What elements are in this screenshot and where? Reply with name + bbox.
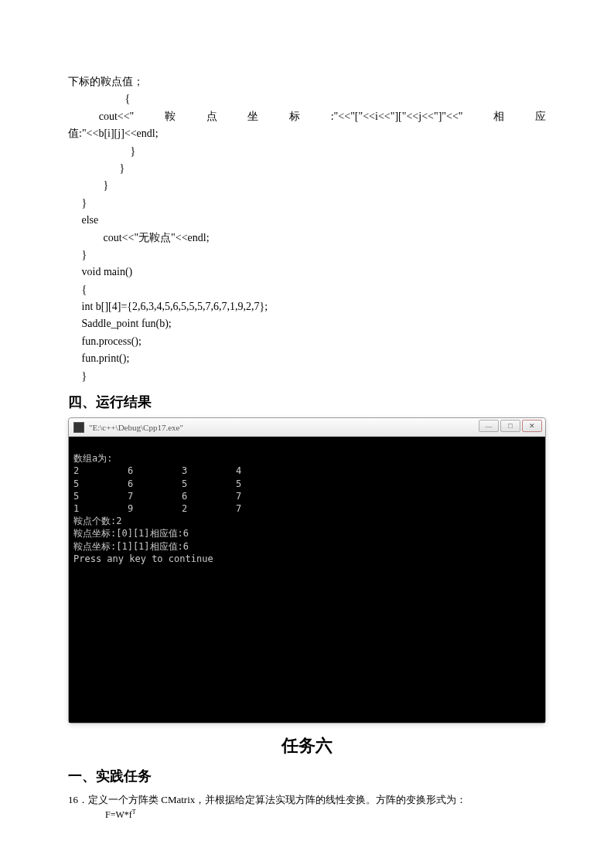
console-line: 鞍点坐标:[1][1]相应值:6 [73,541,189,552]
code-line: } [68,160,546,177]
code-line: { [68,90,546,107]
window-buttons: — □ ✕ [479,420,542,432]
code-line: { [68,281,546,298]
table-row: 5655 [73,478,541,490]
code-line: 值:"<<b[i][j]<<endl; [68,125,546,142]
code-line: fun.process(); [68,333,546,350]
console-titlebar[interactable]: "E:\c++\Debug\Cpp17.exe" — □ ✕ [69,418,545,437]
maximize-button[interactable]: □ [500,420,520,432]
results-heading: 四、运行结果 [68,393,546,411]
console-line: Press any key to continue [73,553,213,564]
window-title: "E:\c++\Debug\Cpp17.exe" [89,423,183,432]
task-title: 任务六 [68,734,546,757]
console-line: 鞍点坐标:[0][1]相应值:6 [73,528,189,539]
code-line: } [68,143,546,160]
code-line: } [68,177,546,194]
practice-heading: 一、实践任务 [68,767,546,785]
table-row: 2634 [73,465,541,477]
minimize-button[interactable]: — [479,420,499,432]
app-icon [73,422,84,433]
console-output: 数组a为: 2634565557671927鞍点个数:2 鞍点坐标:[0][1]… [69,437,545,723]
code-line: cout<<" 鞍 点 坐 标 :"<<"["<<i<<"]["<<j<<"]"… [68,108,546,125]
code-line: fun.print(); [68,350,546,367]
code-line: Saddle_point fun(b); [68,315,546,332]
code-line: } [68,368,546,385]
close-button[interactable]: ✕ [522,420,542,432]
table-row: 5767 [73,490,541,502]
code-line: 下标的鞍点值； [68,73,546,90]
console-window: "E:\c++\Debug\Cpp17.exe" — □ ✕ 数组a为: 263… [68,417,546,723]
console-line: 鞍点个数:2 [73,516,121,526]
code-line: else [68,212,546,229]
code-line: int b[][4]={2,6,3,4,5,6,5,5,5,7,6,7,1,9,… [68,298,546,315]
task-description: 16．定义一个方阵类 CMatrix，并根据给定算法实现方阵的线性变换。方阵的变… [68,791,546,808]
table-row: 1927 [73,502,541,515]
code-line: } [68,247,546,264]
code-block: 下标的鞍点值； { cout<<" 鞍 点 坐 标 :"<<"["<<i<<"]… [68,73,546,385]
console-line: 数组a为: [73,453,112,464]
code-line: } [68,195,546,212]
code-line: void main() [68,264,546,281]
formula: F=W*fT [105,808,546,821]
code-line: cout<<"无鞍点"<<endl; [68,230,546,247]
